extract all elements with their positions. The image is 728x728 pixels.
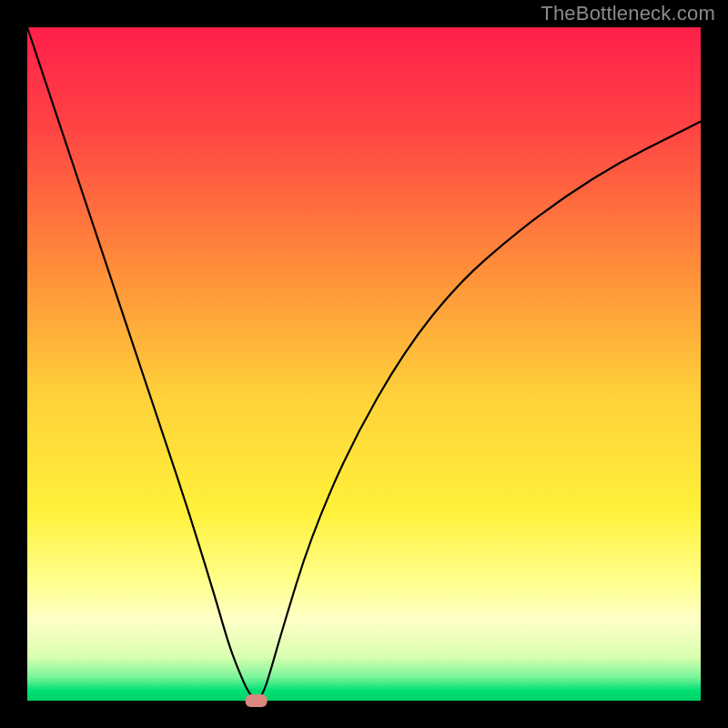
watermark-text: TheBottleneck.com xyxy=(541,2,715,25)
chart-frame: TheBottleneck.com xyxy=(0,0,728,728)
plot-background xyxy=(27,27,701,701)
bottleneck-chart xyxy=(0,0,728,728)
optimum-marker xyxy=(246,694,268,707)
